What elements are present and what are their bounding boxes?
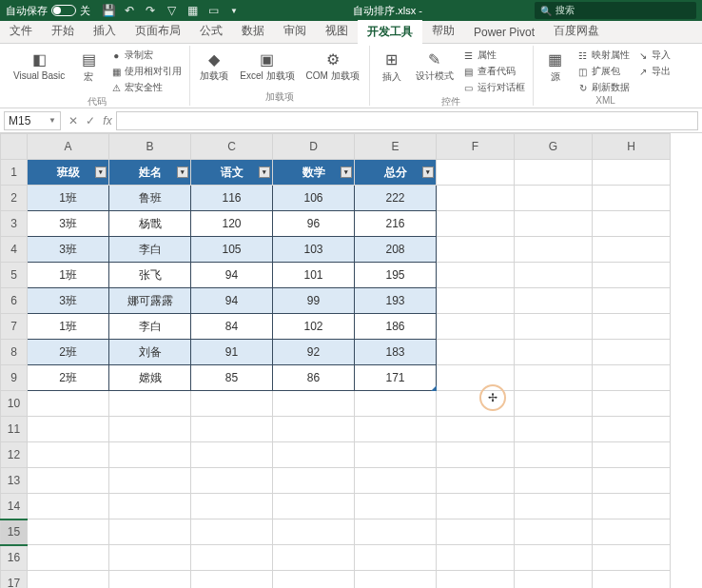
filter-dropdown-icon[interactable]: ▾ bbox=[341, 167, 352, 178]
cell[interactable] bbox=[191, 391, 273, 417]
save-icon[interactable]: 💾 bbox=[102, 4, 115, 17]
cell[interactable]: 103 bbox=[273, 237, 355, 263]
cell[interactable]: 186 bbox=[355, 314, 437, 340]
cell[interactable] bbox=[593, 442, 671, 468]
cell[interactable] bbox=[191, 417, 273, 442]
cell[interactable] bbox=[273, 442, 355, 468]
cell[interactable] bbox=[437, 288, 515, 314]
cell[interactable] bbox=[437, 391, 515, 417]
cell[interactable] bbox=[355, 442, 437, 468]
cell[interactable] bbox=[437, 494, 515, 519]
row-header-12[interactable]: 12 bbox=[1, 442, 28, 468]
cell[interactable] bbox=[191, 519, 273, 545]
cell[interactable] bbox=[593, 340, 671, 365]
row-header-9[interactable]: 9 bbox=[1, 365, 28, 391]
tab-9[interactable]: 帮助 bbox=[422, 19, 464, 43]
cell[interactable]: 91 bbox=[191, 340, 273, 365]
cell[interactable]: 1班 bbox=[28, 263, 109, 288]
cell[interactable]: 84 bbox=[191, 314, 273, 340]
cell[interactable] bbox=[355, 391, 437, 417]
cell[interactable] bbox=[515, 365, 593, 391]
filter-dropdown-icon[interactable]: ▾ bbox=[95, 167, 107, 178]
cell[interactable]: 101 bbox=[273, 263, 355, 288]
cell[interactable]: 李白 bbox=[109, 314, 191, 340]
cell[interactable] bbox=[355, 545, 437, 571]
select-all-corner[interactable] bbox=[1, 134, 28, 160]
tab-8[interactable]: 开发工具 bbox=[358, 18, 422, 44]
tab-3[interactable]: 页面布局 bbox=[126, 19, 190, 43]
search-box[interactable]: 🔍 搜索 bbox=[535, 2, 696, 19]
cell[interactable] bbox=[437, 442, 515, 468]
cell[interactable]: 张飞 bbox=[109, 263, 191, 288]
row-header-5[interactable]: 5 bbox=[1, 263, 28, 288]
cell[interactable]: 193 bbox=[355, 288, 437, 314]
cell[interactable] bbox=[515, 186, 593, 211]
row-header-2[interactable]: 2 bbox=[1, 186, 28, 211]
row-header-15[interactable]: 15 bbox=[1, 519, 28, 545]
undo-icon[interactable]: ↶ bbox=[123, 4, 136, 17]
cell[interactable] bbox=[28, 417, 109, 442]
cell[interactable]: 195 bbox=[355, 263, 437, 288]
cell[interactable]: 106 bbox=[273, 186, 355, 211]
properties-button[interactable]: ☰属性 bbox=[461, 48, 527, 63]
cell[interactable]: 3班 bbox=[28, 211, 109, 237]
filter-dropdown-icon[interactable]: ▾ bbox=[259, 167, 270, 178]
cell[interactable] bbox=[593, 519, 671, 545]
cell[interactable] bbox=[515, 571, 593, 589]
cell[interactable] bbox=[191, 442, 273, 468]
cell[interactable] bbox=[593, 417, 671, 442]
row-header-16[interactable]: 16 bbox=[1, 545, 28, 571]
cell[interactable] bbox=[191, 494, 273, 519]
cell[interactable] bbox=[593, 237, 671, 263]
cell[interactable] bbox=[593, 288, 671, 314]
formula-input[interactable] bbox=[116, 111, 698, 130]
cell[interactable] bbox=[437, 545, 515, 571]
cell[interactable]: 85 bbox=[191, 365, 273, 391]
filter-dropdown-icon[interactable]: ▾ bbox=[422, 167, 434, 178]
cell[interactable] bbox=[593, 545, 671, 571]
dropdown-icon[interactable]: ▼ bbox=[227, 4, 241, 17]
cell[interactable]: 鲁班 bbox=[109, 186, 191, 211]
cell[interactable]: 92 bbox=[273, 340, 355, 365]
row-header-6[interactable]: 6 bbox=[1, 288, 28, 314]
visual-basic-button[interactable]: ◧ Visual Basic bbox=[10, 48, 68, 83]
cell[interactable] bbox=[191, 545, 273, 571]
row-header-1[interactable]: 1 bbox=[1, 160, 28, 186]
cell[interactable] bbox=[273, 417, 355, 442]
folder-icon[interactable]: ▭ bbox=[206, 4, 220, 17]
design-mode-button[interactable]: ✎设计模式 bbox=[412, 48, 458, 83]
cell[interactable] bbox=[515, 237, 593, 263]
cell[interactable] bbox=[109, 391, 191, 417]
import-button[interactable]: ↘导入 bbox=[635, 48, 673, 63]
cell[interactable]: 102 bbox=[273, 314, 355, 340]
source-button[interactable]: ▦源 bbox=[539, 48, 572, 86]
row-header-10[interactable]: 10 bbox=[1, 391, 28, 417]
cell[interactable] bbox=[28, 468, 109, 494]
cell[interactable] bbox=[437, 314, 515, 340]
export-button[interactable]: ↗导出 bbox=[635, 64, 673, 79]
cell[interactable]: 208 bbox=[355, 237, 437, 263]
insert-control-button[interactable]: ⊞插入 bbox=[376, 48, 408, 86]
cell[interactable]: 216 bbox=[355, 211, 437, 237]
cell[interactable]: 语文▾ bbox=[191, 160, 273, 186]
tab-1[interactable]: 开始 bbox=[42, 19, 84, 43]
cell[interactable]: 171 bbox=[355, 365, 437, 391]
row-header-8[interactable]: 8 bbox=[1, 340, 28, 365]
cell[interactable] bbox=[593, 263, 671, 288]
cell[interactable] bbox=[515, 288, 593, 314]
cell[interactable] bbox=[515, 391, 593, 417]
cell[interactable]: 3班 bbox=[28, 237, 109, 263]
cell[interactable] bbox=[437, 468, 515, 494]
cell[interactable] bbox=[28, 494, 109, 519]
cell[interactable]: 120 bbox=[191, 211, 273, 237]
cell[interactable] bbox=[437, 571, 515, 589]
cell[interactable] bbox=[273, 494, 355, 519]
cell[interactable] bbox=[355, 571, 437, 589]
cell[interactable] bbox=[593, 211, 671, 237]
record-macro-button[interactable]: ●录制宏 bbox=[108, 48, 184, 63]
tab-6[interactable]: 审阅 bbox=[274, 19, 316, 43]
cell[interactable] bbox=[355, 519, 437, 545]
cell[interactable]: 99 bbox=[273, 288, 355, 314]
tab-11[interactable]: 百度网盘 bbox=[544, 19, 609, 43]
cell[interactable] bbox=[273, 519, 355, 545]
